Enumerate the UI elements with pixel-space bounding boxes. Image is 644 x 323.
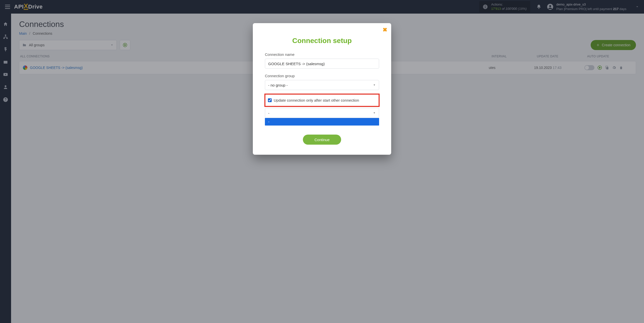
connection-name-label: Connection name (265, 52, 379, 57)
continue-button[interactable]: Continue (303, 135, 341, 145)
connection-setup-modal: ✖ Connection setup Connection name Conne… (253, 23, 391, 155)
connection-group-label: Connection group (265, 74, 379, 78)
close-icon[interactable]: ✖ (383, 27, 387, 33)
dependent-connection-option[interactable]: - (265, 118, 379, 126)
chevron-down-icon (373, 84, 376, 87)
update-after-other-label: Update connection only after start other… (274, 98, 359, 102)
highlighted-option: Update connection only after start other… (265, 94, 379, 106)
update-after-other-checkbox[interactable] (268, 98, 272, 102)
dependent-connection-select[interactable]: - (265, 108, 379, 118)
chevron-down-icon (373, 111, 376, 114)
connection-group-select[interactable]: - no group - (265, 80, 379, 90)
modal-title: Connection setup (265, 37, 379, 45)
connection-name-input[interactable] (265, 59, 379, 69)
